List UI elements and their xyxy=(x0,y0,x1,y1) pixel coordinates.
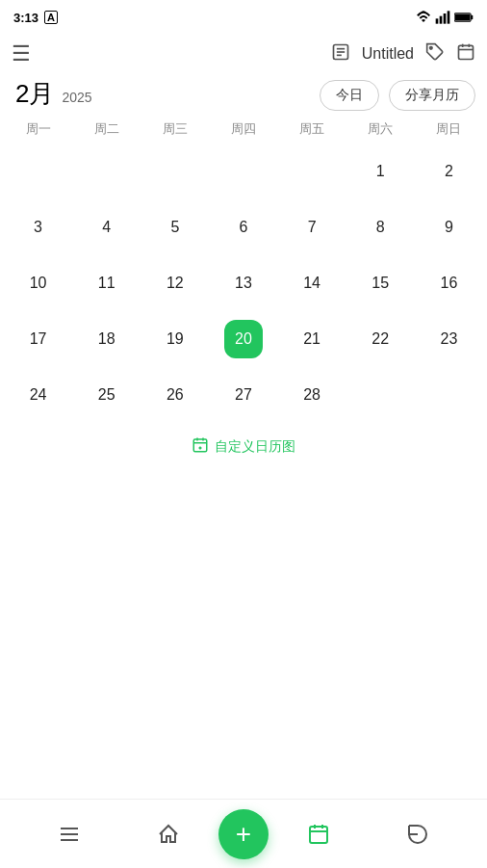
today-date[interactable]: 20 xyxy=(224,320,263,358)
calendar-cell xyxy=(209,145,277,197)
status-time: 3:13 A xyxy=(13,11,58,25)
day-number[interactable]: 12 xyxy=(156,264,194,302)
toolbar-left: ☰ xyxy=(12,41,31,66)
calendar-cell[interactable]: 16 xyxy=(415,257,483,309)
svg-rect-0 xyxy=(436,18,439,23)
calendar-cell xyxy=(72,145,141,197)
calendar-cell[interactable]: 1 xyxy=(346,145,415,197)
calendar-cell[interactable]: 24 xyxy=(4,369,72,421)
day-number[interactable]: 11 xyxy=(88,264,126,302)
calendar-cell[interactable]: 4 xyxy=(72,201,141,253)
day-number[interactable]: 8 xyxy=(361,208,399,247)
calendar-cell[interactable]: 27 xyxy=(209,369,277,421)
weekday-label: 周四 xyxy=(209,117,277,142)
day-number[interactable]: 7 xyxy=(293,208,331,247)
day-number[interactable]: 26 xyxy=(156,376,194,414)
day-number[interactable]: 3 xyxy=(19,208,58,247)
status-a-icon: A xyxy=(44,11,58,24)
svg-rect-12 xyxy=(459,45,474,59)
tag-icon[interactable] xyxy=(425,42,445,66)
calendar-cell[interactable]: 25 xyxy=(72,369,141,421)
today-button[interactable]: 今日 xyxy=(320,80,379,111)
day-number[interactable]: 17 xyxy=(19,320,58,358)
day-number[interactable]: 9 xyxy=(429,208,468,247)
year-label: 2025 xyxy=(62,90,91,105)
action-buttons: 今日 分享月历 xyxy=(320,80,475,111)
day-number[interactable]: 28 xyxy=(293,376,331,414)
day-number[interactable]: 21 xyxy=(293,320,331,358)
custom-calendar-icon xyxy=(192,436,209,457)
fab-add-button[interactable]: + xyxy=(218,809,269,859)
calendar-cell[interactable]: 2 xyxy=(415,145,483,197)
day-number[interactable]: 19 xyxy=(156,320,194,358)
day-number[interactable]: 27 xyxy=(224,376,263,414)
calendar-cell[interactable]: 3 xyxy=(4,201,72,253)
calendar-cell[interactable]: 6 xyxy=(209,201,277,253)
calendar-cell[interactable]: 14 xyxy=(278,257,346,309)
calendar-cell[interactable]: 26 xyxy=(141,369,209,421)
toolbar: ☰ Untitled xyxy=(0,31,487,77)
custom-calendar-link[interactable]: 自定义日历图 xyxy=(0,436,487,457)
day-number[interactable]: 4 xyxy=(88,208,126,247)
calendar-cell[interactable]: 9 xyxy=(415,201,483,253)
day-number[interactable]: 5 xyxy=(156,208,194,247)
calendar-cell[interactable]: 15 xyxy=(346,257,415,309)
svg-rect-25 xyxy=(310,827,327,843)
day-number[interactable]: 25 xyxy=(88,376,126,414)
calendar-cell[interactable]: 13 xyxy=(209,257,277,309)
weekday-label: 周六 xyxy=(346,117,415,142)
calendar-cell[interactable]: 23 xyxy=(415,313,483,365)
title-text: Untitled xyxy=(362,45,414,63)
day-number[interactable]: 16 xyxy=(429,264,468,302)
calendar-cell[interactable]: 28 xyxy=(278,369,346,421)
calendar-cell[interactable]: 10 xyxy=(4,257,72,309)
calendar-cell[interactable]: 17 xyxy=(4,313,72,365)
day-number[interactable]: 24 xyxy=(19,376,58,414)
day-number[interactable]: 23 xyxy=(429,320,468,358)
day-number[interactable]: 6 xyxy=(224,208,263,247)
fab-plus-icon: + xyxy=(236,821,251,848)
svg-point-11 xyxy=(430,46,433,49)
calendar-cell[interactable]: 22 xyxy=(346,313,415,365)
time-text: 3:13 xyxy=(13,11,38,25)
month-header: 2月 2025 xyxy=(15,77,92,111)
weekday-label: 周日 xyxy=(415,117,483,142)
menu-button[interactable]: ☰ xyxy=(12,41,31,66)
day-number[interactable]: 1 xyxy=(361,152,399,191)
calendar-cell xyxy=(141,145,209,197)
battery-icon xyxy=(454,12,474,23)
calendar-cell[interactable]: 12 xyxy=(141,257,209,309)
nav-history[interactable] xyxy=(369,823,469,846)
nav-home[interactable] xyxy=(119,823,219,846)
calendar-view-icon[interactable] xyxy=(456,42,475,66)
svg-rect-3 xyxy=(448,11,450,23)
day-number[interactable]: 13 xyxy=(224,264,263,302)
share-button[interactable]: 分享月历 xyxy=(389,80,475,111)
day-number[interactable]: 15 xyxy=(361,264,399,302)
calendar-cell[interactable]: 11 xyxy=(72,257,141,309)
signal-icon xyxy=(435,10,450,25)
calendar-cell[interactable]: 20 xyxy=(209,313,277,365)
custom-calendar-label: 自定义日历图 xyxy=(215,438,295,456)
nav-calendar[interactable] xyxy=(269,823,369,846)
nav-menu[interactable] xyxy=(19,823,119,846)
calendar-grid: 1234567891011121314151617181920212223242… xyxy=(0,145,487,421)
notebook-icon[interactable] xyxy=(331,42,350,66)
day-number[interactable]: 2 xyxy=(429,152,468,191)
day-number[interactable]: 18 xyxy=(88,320,126,358)
calendar-cell[interactable]: 21 xyxy=(278,313,346,365)
svg-rect-16 xyxy=(193,439,207,452)
day-number[interactable]: 14 xyxy=(293,264,331,302)
calendar-cell[interactable]: 7 xyxy=(278,201,346,253)
month-label: 2月 xyxy=(15,77,54,111)
weekday-label: 周二 xyxy=(72,117,141,142)
calendar-cell[interactable]: 8 xyxy=(346,201,415,253)
toolbar-right: Untitled xyxy=(331,42,475,66)
calendar-cell[interactable]: 5 xyxy=(141,201,209,253)
calendar-cell xyxy=(346,369,415,421)
weekdays-header: 周一周二周三周四周五周六周日 xyxy=(0,117,487,142)
day-number[interactable]: 22 xyxy=(361,320,399,358)
calendar-cell[interactable]: 19 xyxy=(141,313,209,365)
day-number[interactable]: 10 xyxy=(19,264,58,302)
calendar-cell[interactable]: 18 xyxy=(72,313,141,365)
